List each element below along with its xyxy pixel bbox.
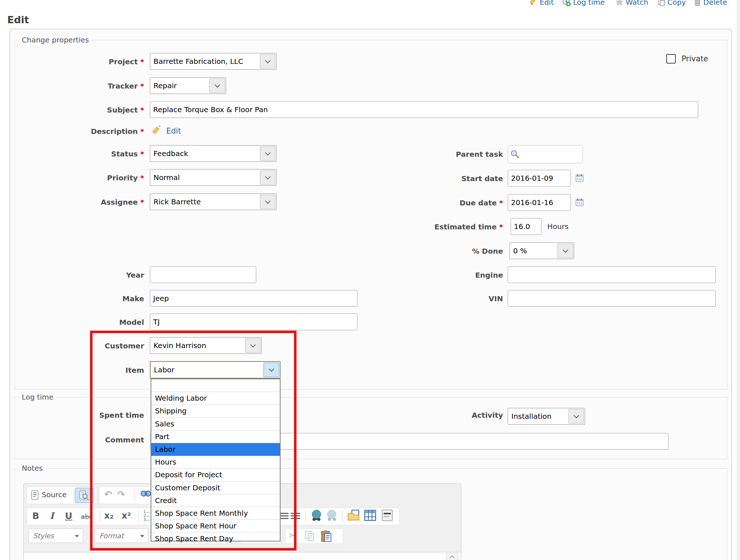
bold-button[interactable]: B bbox=[32, 511, 39, 521]
engine-label: Engine bbox=[475, 270, 503, 280]
vin-input[interactable] bbox=[508, 290, 716, 307]
source-icon bbox=[31, 490, 39, 500]
percent-done-label: % Done bbox=[472, 246, 503, 256]
estimated-time-unit: Hours bbox=[547, 222, 569, 231]
trash-icon bbox=[694, 0, 701, 6]
parent-task-label: Parent task bbox=[456, 149, 503, 159]
toolbar-delete-label[interactable]: Delete bbox=[703, 0, 727, 7]
private-label: Private bbox=[682, 54, 708, 63]
model-input[interactable]: TJ bbox=[150, 314, 357, 330]
page-title: Edit bbox=[7, 14, 29, 25]
priority-label: Priority* bbox=[107, 173, 144, 183]
year-input[interactable] bbox=[150, 266, 256, 283]
year-label: Year bbox=[126, 270, 144, 280]
calendar-icon[interactable] bbox=[575, 173, 584, 182]
tracker-label: Tracker* bbox=[108, 81, 144, 91]
toolbar-copy[interactable]: Copy bbox=[657, 0, 686, 8]
status-select[interactable]: Feedback bbox=[150, 145, 277, 162]
toolbar-edit[interactable]: Edit bbox=[530, 0, 554, 8]
status-label: Status* bbox=[111, 149, 144, 159]
chevron-down-icon[interactable] bbox=[568, 409, 584, 424]
copy-icon bbox=[657, 0, 665, 6]
link-icon[interactable] bbox=[310, 509, 323, 522]
description-label: Description* bbox=[91, 126, 144, 136]
preview-icon bbox=[79, 490, 89, 500]
italic-button[interactable]: I bbox=[50, 511, 54, 521]
horizontal-rule-icon[interactable] bbox=[381, 509, 393, 522]
due-date-input[interactable]: 2016-01-16 bbox=[508, 194, 571, 211]
star-icon bbox=[616, 0, 624, 6]
editor-content-area[interactable] bbox=[24, 552, 461, 560]
estimated-time-label: Estimated time* bbox=[434, 222, 503, 232]
calendar-icon[interactable] bbox=[575, 198, 584, 207]
toolbar-log-time-label[interactable]: Log time bbox=[573, 0, 605, 7]
assignee-select[interactable]: Rick Barrette bbox=[150, 193, 277, 210]
toolbar-copy-label[interactable]: Copy bbox=[667, 0, 686, 7]
start-date-label: Start date bbox=[461, 173, 503, 184]
parent-task-input[interactable] bbox=[508, 145, 583, 163]
engine-input[interactable] bbox=[508, 266, 716, 283]
tracker-select[interactable]: Repair bbox=[150, 77, 226, 94]
toolbar-watch-label[interactable]: Watch bbox=[626, 0, 648, 7]
subject-input[interactable]: Replace Torque Box & Floor Pan bbox=[150, 101, 698, 118]
percent-done-select[interactable]: 0 % bbox=[510, 242, 574, 259]
styles-combo[interactable]: Styles bbox=[28, 528, 83, 543]
private-checkbox[interactable] bbox=[666, 54, 676, 64]
log-time-legend: Log time bbox=[19, 393, 56, 401]
paste-icon[interactable] bbox=[320, 530, 332, 542]
activity-select[interactable]: Installation bbox=[508, 408, 585, 425]
start-date-input[interactable]: 2016-01-09 bbox=[508, 170, 571, 187]
project-select[interactable]: Barrette Fabrication, LLC bbox=[150, 53, 277, 70]
change-properties-legend: Change properties bbox=[19, 36, 92, 44]
search-icon bbox=[510, 150, 520, 159]
pencil-icon bbox=[152, 126, 163, 136]
chevron-down-icon[interactable] bbox=[260, 195, 275, 209]
model-label: Model bbox=[119, 317, 144, 327]
subject-label: Subject* bbox=[107, 105, 144, 115]
due-date-label: Due date* bbox=[459, 198, 503, 208]
pencil-icon bbox=[530, 0, 537, 6]
page-scrollbar[interactable] bbox=[737, 0, 740, 560]
toolbar-delete[interactable]: Delete bbox=[694, 0, 727, 8]
priority-select[interactable]: Normal bbox=[150, 169, 277, 186]
chevron-down-icon[interactable] bbox=[557, 244, 573, 258]
chevron-down-icon[interactable] bbox=[260, 170, 275, 185]
copy-icon[interactable] bbox=[304, 531, 315, 541]
unlink-icon[interactable] bbox=[326, 509, 338, 522]
make-label: Make bbox=[122, 294, 144, 304]
toolbar-edit-label[interactable]: Edit bbox=[540, 0, 554, 7]
clock-add-icon bbox=[562, 0, 571, 7]
toolbar-watch[interactable]: Watch bbox=[616, 0, 648, 8]
image-icon[interactable] bbox=[347, 509, 360, 522]
table-icon[interactable] bbox=[364, 509, 376, 522]
scroll-up-button[interactable] bbox=[446, 553, 458, 560]
chevron-down-icon bbox=[75, 535, 79, 537]
estimated-time-input[interactable]: 16.0 bbox=[511, 218, 541, 235]
underline-button[interactable]: U bbox=[65, 511, 72, 521]
red-highlight-box bbox=[90, 331, 297, 551]
chevron-down-icon[interactable] bbox=[260, 54, 275, 69]
activity-label: Activity bbox=[472, 410, 503, 420]
chevron-down-icon[interactable] bbox=[209, 78, 225, 93]
vin-label: VIN bbox=[488, 294, 503, 304]
project-label: Project* bbox=[109, 57, 144, 67]
chevron-down-icon[interactable] bbox=[260, 146, 275, 161]
notes-legend: Notes bbox=[19, 464, 46, 473]
make-input[interactable]: Jeep bbox=[150, 290, 357, 307]
toolbar-log-time[interactable]: Log time bbox=[562, 0, 605, 8]
source-button[interactable]: Source bbox=[42, 490, 67, 499]
description-edit-link[interactable]: Edit bbox=[166, 127, 181, 135]
assignee-label: Assignee* bbox=[101, 197, 144, 207]
